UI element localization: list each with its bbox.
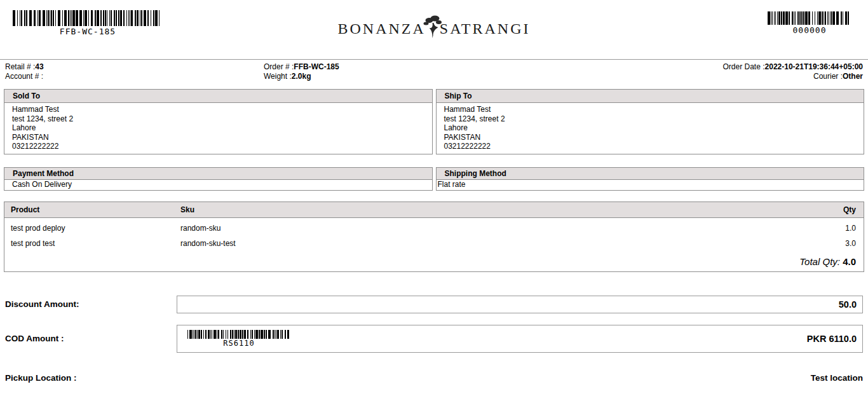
retail-number: Retail # :43 (5, 62, 264, 72)
payment-method-header: Payment Method (4, 168, 432, 180)
sold-to-street: test 1234, street 2 (12, 114, 428, 124)
shipping-method-header: Shipping Method (437, 168, 864, 180)
discount-box: 50.0 (177, 296, 863, 313)
cod-label: COD Amount : (5, 334, 177, 343)
order-info-right: Order Date :2022-10-21T19:36:44+05:00 Co… (660, 62, 863, 81)
brand-logo: BONANZA SATRANGI (337, 15, 530, 38)
column-qty: Qty (811, 205, 856, 214)
sold-to-country: PAKISTAN (12, 133, 428, 142)
column-product: Product (11, 205, 180, 214)
cod-barcode-bars (187, 330, 290, 339)
payment-method-table: Payment Method Cash On Delivery (4, 167, 433, 191)
sold-to-table: Sold To Hammad Test test 1234, street 2 … (4, 89, 433, 154)
cod-amount-value: PKR 6110.0 (807, 334, 857, 344)
cod-barcode-label: RS6110 (187, 339, 290, 348)
account-barcode-bars (768, 11, 851, 25)
total-qty: Total Qty: 4.0 (4, 256, 864, 271)
account-barcode: 000000 (768, 11, 851, 35)
brand-name-right: SATRANGI (440, 20, 531, 38)
cod-box: RS6110 PKR 6110.0 (177, 325, 863, 353)
order-barcode: FFB-WC-185 (13, 10, 163, 36)
order-barcode-label: FFB-WC-185 (13, 27, 163, 36)
total-qty-value: 4.0 (843, 256, 856, 267)
sold-to-city: Lahore (12, 123, 428, 133)
ship-to-phone: 03212222222 (444, 142, 860, 151)
product-qty: 3.0 (811, 239, 856, 249)
brand-name-left: BONANZA (337, 20, 425, 38)
shipping-method-table: Shipping Method Flat rate (436, 167, 865, 191)
ship-to-street: test 1234, street 2 (444, 114, 860, 124)
cod-row: COD Amount : RS6110 PKR 6110.0 (5, 325, 863, 353)
ship-to-table: Ship To Hammad Test test 1234, street 2 … (436, 89, 865, 154)
ship-to-header: Ship To (437, 90, 864, 103)
order-info-middle: Order # :FFB-WC-185 Weight :2.0kg (264, 62, 660, 81)
table-row: test prod test random-sku-test 3.0 (4, 239, 864, 249)
sold-to-body: Hammad Test test 1234, street 2 Lahore P… (4, 103, 432, 154)
ship-to-city: Lahore (444, 123, 860, 133)
order-number: Order # :FFB-WC-185 (264, 62, 660, 72)
pickup-row: Pickup Location : Test location (5, 373, 863, 383)
account-number: Account # : (5, 72, 264, 81)
product-qty: 1.0 (811, 224, 856, 233)
label-header: FFB-WC-185 BONANZA SATRANGI 000000 (0, 0, 868, 50)
ship-to-country: PAKISTAN (444, 133, 860, 142)
sold-to-phone: 03212222222 (12, 142, 428, 151)
order-date: Order Date :2022-10-21T19:36:44+05:00 (660, 62, 863, 72)
pickup-value: Test location (811, 373, 863, 383)
product-table-header: Product Sku Qty (4, 202, 864, 218)
total-qty-label: Total Qty: (799, 256, 840, 267)
discount-row: Discount Amount: 50.0 (5, 296, 863, 313)
order-info: Retail # :43 Account # : Order # :FFB-WC… (0, 60, 868, 81)
order-weight: Weight :2.0kg (264, 72, 660, 81)
table-row: test prod deploy random-sku 1.0 (4, 224, 864, 233)
order-info-left: Retail # :43 Account # : (5, 62, 264, 81)
product-table: Product Sku Qty test prod deploy random-… (4, 201, 864, 272)
address-section: Sold To Hammad Test test 1234, street 2 … (4, 89, 864, 154)
discount-value: 50.0 (839, 299, 857, 310)
discount-label: Discount Amount: (5, 299, 177, 309)
sold-to-name: Hammad Test (12, 105, 428, 114)
product-sku: random-sku-test (180, 239, 811, 249)
cod-barcode: RS6110 (187, 330, 290, 348)
payment-method-value: Cash On Delivery (4, 180, 432, 190)
product-name: test prod deploy (11, 224, 180, 233)
methods-section: Payment Method Cash On Delivery Shipping… (4, 167, 864, 191)
sold-to-header: Sold To (4, 90, 432, 103)
courier: Courier :Other (660, 72, 863, 81)
ship-to-name: Hammad Test (444, 105, 860, 114)
account-barcode-label: 000000 (768, 25, 851, 35)
shipping-method-value: Flat rate (437, 180, 864, 190)
product-name: test prod test (11, 239, 180, 249)
product-sku: random-sku (180, 224, 811, 233)
column-sku: Sku (180, 205, 811, 214)
ship-to-body: Hammad Test test 1234, street 2 Lahore P… (437, 103, 864, 154)
order-barcode-bars (13, 10, 163, 26)
pickup-label: Pickup Location : (5, 373, 77, 383)
